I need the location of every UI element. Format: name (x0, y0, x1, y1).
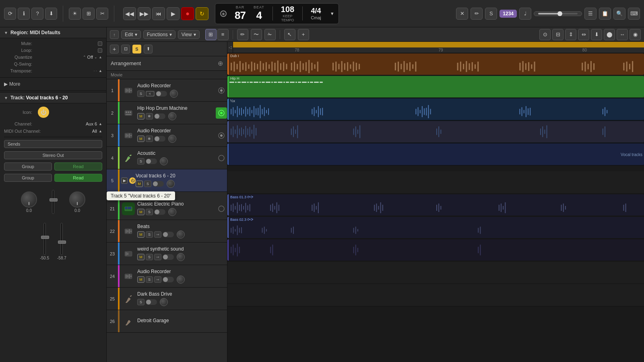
pencil-icon-btn[interactable]: ✏ (471, 8, 483, 20)
down-btn[interactable]: ⬇ (591, 29, 602, 40)
record-btn[interactable]: ● (181, 7, 194, 20)
track-section-header[interactable]: ▼ Track: Vocal tracks 6 - 20 (0, 92, 106, 103)
wave-tool-btn[interactable]: 〜 (251, 29, 262, 40)
solo-btn[interactable]: S (144, 181, 151, 187)
track-toggle[interactable] (163, 232, 174, 237)
transpose-control[interactable]: - - ▲ (94, 69, 102, 73)
notes-icon-btn[interactable]: 📋 (599, 8, 611, 20)
track-row[interactable]: 25 Dark Bass Drive S (107, 288, 227, 310)
track-toggle[interactable] (163, 254, 174, 260)
rewind-btn[interactable]: ◀◀ (123, 7, 136, 20)
grid-view-btn[interactable]: ⊞ (205, 29, 217, 40)
zoom-fit-btn[interactable]: ⊙ (539, 29, 551, 40)
info-btn[interactable]: ℹ (18, 8, 30, 20)
track-row[interactable]: 2 Hip Hop Drum Machine M ❄ (107, 102, 227, 124)
expand-btn[interactable]: ⇕ (565, 29, 576, 40)
search-icon-btn[interactable]: 🔍 (613, 8, 625, 20)
fader1-track[interactable] (43, 223, 46, 255)
history-btn[interactable]: ⟳ (4, 8, 16, 20)
track-settings-icon[interactable] (216, 152, 227, 164)
track-row[interactable]: 24 Audio Recorder M S ⇾ (107, 265, 227, 288)
track-row[interactable]: 26 Detroit Garage (107, 310, 227, 333)
pencil-tool-btn[interactable]: ✏ (237, 29, 248, 40)
solo-btn[interactable]: S (146, 231, 153, 238)
solo-btn[interactable]: S (137, 299, 144, 305)
track-vol-knob[interactable] (168, 208, 176, 216)
track-row[interactable]: 23 weird synthetic sound M S ⇾ (107, 243, 227, 265)
midi-out-control[interactable]: All ▲ (92, 129, 102, 134)
solo-btn[interactable]: S (137, 90, 144, 97)
mute-btn[interactable]: M (137, 276, 144, 283)
mute-btn[interactable]: M (137, 136, 144, 142)
freeze-btn[interactable]: ❄ (146, 136, 153, 142)
read-btn-1[interactable]: Read (54, 162, 102, 171)
list-icon-btn[interactable]: ☰ (584, 8, 597, 20)
scroll-pip[interactable]: ◁ (227, 42, 233, 53)
scissors-btn[interactable]: ✂ (96, 8, 108, 20)
track-expand-btn[interactable]: ▶ (121, 177, 128, 184)
track-toggle[interactable] (154, 136, 165, 142)
mute-btn[interactable]: M (137, 254, 144, 260)
zoom-width-btn[interactable]: ⊟ (552, 29, 564, 40)
left-right-btn[interactable]: ↔ (617, 29, 628, 40)
solo-btn[interactable]: S (146, 254, 153, 260)
midi-editor-icon[interactable] (216, 107, 227, 119)
keyboard-icon-btn[interactable]: ⌨ (628, 8, 640, 20)
solo-btn[interactable]: S (146, 276, 153, 283)
solo-btn[interactable]: S (146, 209, 153, 215)
track-vol-knob[interactable] (168, 135, 176, 143)
track-vol-knob[interactable] (177, 253, 185, 261)
pan-knob[interactable] (21, 191, 37, 208)
arrangement-add-icon[interactable]: ⊕ (218, 60, 223, 67)
track-row[interactable]: 22 Beats M S ⇾ (107, 220, 227, 243)
functions-dropdown[interactable]: Functions ▾ (143, 30, 175, 39)
volume-knob[interactable] (69, 191, 85, 208)
track-vol-knob[interactable] (177, 276, 185, 284)
track-row[interactable]: 4 Acoustic S (107, 147, 227, 169)
track-vol-knob[interactable] (177, 230, 185, 239)
back-btn[interactable]: ↑ (110, 30, 119, 39)
freeze-btn[interactable]: ❄ (146, 113, 153, 119)
track-row[interactable]: 3 Audio Recorder M ❄ (107, 124, 227, 147)
track-vol-knob[interactable] (160, 157, 168, 165)
transpose-up-icon[interactable]: ▲ (99, 69, 102, 73)
mute-btn[interactable]: M (137, 209, 144, 215)
bass-block-2[interactable]: Bass 02.3 ⟳⟳ (227, 217, 644, 238)
fast-forward-btn[interactable]: ▶▶ (138, 7, 151, 20)
mute-btn[interactable]: M (137, 231, 144, 238)
track-toggle[interactable] (154, 209, 165, 215)
master-volume-slider[interactable] (534, 11, 582, 16)
cycle-btn[interactable]: ↻ (196, 7, 208, 20)
list-view-btn[interactable]: ≡ (217, 29, 229, 40)
group-btn-1[interactable]: Group (4, 162, 52, 171)
vocal-block[interactable]: Vocal tracks (227, 144, 644, 165)
fader2-track[interactable] (60, 223, 63, 255)
metronome-btn[interactable]: ♩ (519, 8, 531, 20)
close-icon-btn[interactable]: ✕ (456, 8, 468, 20)
display-dropdown-btn[interactable]: ▾ (331, 10, 334, 16)
track-toggle[interactable] (146, 299, 157, 305)
stereo-out-btn[interactable]: Stereo Out (4, 151, 102, 159)
midi-block[interactable]: Hip H (227, 76, 644, 97)
view-dropdown[interactable]: View ▾ (178, 30, 200, 39)
right-circle-btn[interactable]: ◉ (630, 29, 641, 40)
download-btn[interactable]: ⬇ (45, 8, 57, 20)
track-vol-knob[interactable] (168, 112, 176, 120)
quantize-control[interactable]: ⌃ Off ⌄ ▲ (83, 55, 102, 60)
bass-block-1[interactable]: Bass 01.3 ⟳⟳ (227, 194, 644, 216)
mute-btn[interactable]: M (136, 181, 143, 187)
dark-block[interactable] (227, 239, 644, 261)
group-btn-2[interactable]: Group (4, 174, 52, 182)
audio-block-steel[interactable] (227, 121, 644, 142)
mixer-btn[interactable]: ⊞ (83, 8, 95, 20)
track-toggle[interactable] (146, 158, 157, 164)
mute-btn[interactable]: M (137, 113, 144, 119)
track-vol-knob[interactable] (167, 180, 175, 188)
region-header[interactable]: ▼ Region: MIDI Defaults (0, 27, 106, 38)
more-header[interactable]: ▶ More (4, 81, 102, 87)
sends-btn[interactable]: Sends (4, 140, 102, 148)
help-btn[interactable]: ? (31, 8, 43, 20)
track-row[interactable]: 5 ▶ ⏻ Vocal tracks 6 - 20 M S Track 5 "V… (107, 169, 227, 192)
edit-dropdown[interactable]: Edit ▾ (121, 30, 141, 39)
track-solo-btn[interactable]: S (132, 45, 141, 53)
